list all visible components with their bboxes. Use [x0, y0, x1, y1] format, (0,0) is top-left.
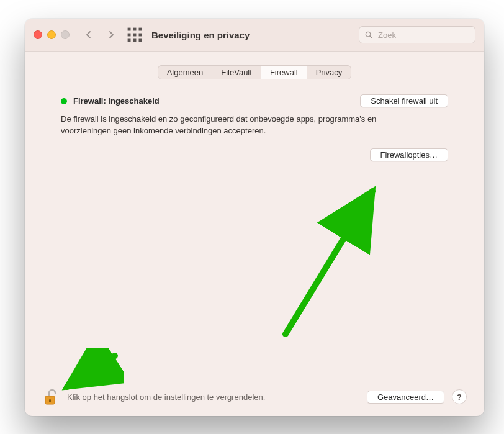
content-area: Algemeen FileVault Firewall Privacy Fire… [25, 52, 484, 416]
svg-rect-6 [128, 39, 131, 42]
minimize-window-button[interactable] [47, 30, 56, 39]
svg-rect-4 [133, 34, 137, 37]
firewall-status-row: Firewall: ingeschakeld Schakel firewall … [61, 94, 448, 107]
close-window-button[interactable] [34, 30, 42, 39]
show-all-button[interactable] [127, 27, 143, 43]
preferences-window: Beveiliging en privacy Algemeen FileVaul… [25, 19, 484, 416]
svg-rect-12 [49, 399, 51, 402]
svg-line-10 [370, 36, 372, 38]
tab-filevault[interactable]: FileVault [212, 66, 261, 79]
tab-bar: Algemeen FileVault Firewall Privacy [42, 65, 467, 79]
help-button[interactable]: ? [452, 389, 467, 404]
svg-rect-0 [128, 28, 131, 31]
svg-rect-8 [139, 39, 142, 42]
toggle-firewall-button[interactable]: Schakel firewall uit [360, 94, 448, 107]
tab-firewall[interactable]: Firewall [261, 66, 307, 79]
titlebar: Beveiliging en privacy [25, 19, 484, 52]
lock-hint-text: Klik op het hangslot om de instellingen … [67, 392, 265, 402]
svg-rect-5 [139, 34, 142, 37]
svg-line-14 [67, 356, 115, 387]
search-field[interactable] [359, 26, 475, 43]
svg-rect-3 [128, 34, 131, 37]
tab-general[interactable]: Algemeen [158, 66, 213, 79]
chevron-right-icon [106, 30, 116, 40]
annotation-arrow-options [273, 176, 391, 343]
back-button[interactable] [81, 27, 97, 43]
firewall-description: De firewall is ingeschakeld en zo geconf… [61, 114, 427, 137]
svg-rect-2 [139, 28, 142, 31]
advanced-button[interactable]: Geavanceerd… [367, 391, 444, 404]
footer: Klik op het hangslot om de instellingen … [42, 387, 467, 407]
forward-button[interactable] [103, 27, 119, 43]
svg-rect-7 [133, 39, 137, 42]
chevron-left-icon [84, 30, 94, 40]
svg-line-13 [286, 191, 372, 334]
firewall-status-label: Firewall: ingeschakeld [73, 96, 160, 106]
window-controls [34, 30, 70, 39]
search-icon [364, 30, 373, 39]
lock-button[interactable] [42, 387, 60, 407]
status-dot-icon [61, 98, 67, 104]
tab-privacy[interactable]: Privacy [307, 66, 351, 79]
zoom-window-button[interactable] [61, 30, 70, 39]
lock-open-icon [43, 388, 58, 405]
grid-icon [127, 27, 143, 43]
window-title: Beveiliging en privacy [151, 30, 250, 40]
svg-rect-1 [133, 28, 137, 31]
firewall-options-button[interactable]: Firewallopties… [370, 148, 448, 161]
search-input[interactable] [377, 30, 470, 40]
